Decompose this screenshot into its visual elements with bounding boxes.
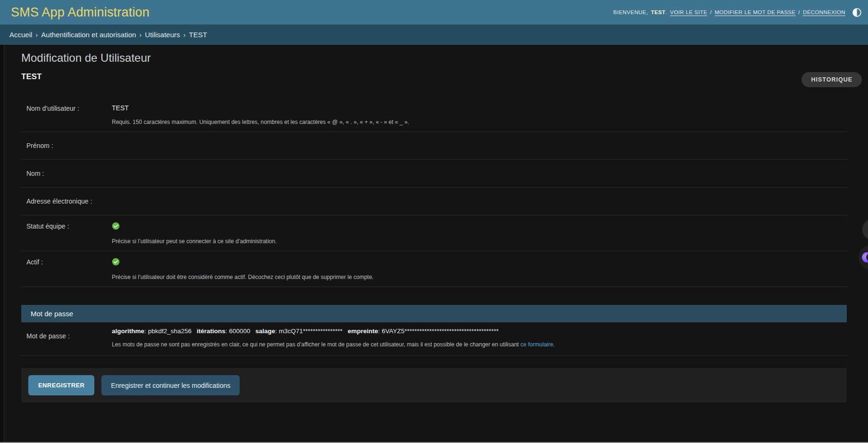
- username-label: Nom d’utilisateur :: [26, 104, 112, 112]
- user-tools: BIENVENUE, TEST. VOIR LE SITE / MODIFIER…: [613, 8, 862, 17]
- email-label: Adresse électronique :: [26, 197, 112, 205]
- username-value: TEST: [112, 104, 847, 113]
- first-name-value: [112, 141, 847, 150]
- content-area: Modification de Utilisateur TEST HISTORI…: [4, 45, 868, 443]
- email-value: [112, 197, 847, 205]
- staff-status-help: Précise si l’utilisateur peut se connect…: [112, 238, 847, 245]
- page-title: Modification de Utilisateur: [21, 45, 847, 65]
- breadcrumb-current: TEST: [189, 31, 207, 39]
- link-separator: /: [798, 9, 800, 15]
- breadcrumb-separator: ›: [184, 31, 186, 39]
- submit-row: ENREGISTRER Enregistrer et continuer les…: [21, 368, 847, 402]
- password-hash-summary: algorithme:pbkdf2_sha256 itérations:6000…: [112, 328, 847, 335]
- field-row-first-name: Prénom :: [21, 132, 847, 160]
- last-name-label: Nom :: [26, 169, 112, 177]
- object-name-heading: TEST: [21, 72, 42, 82]
- username-suffix: .: [666, 9, 668, 15]
- check-circle-icon: [112, 258, 120, 266]
- active-label: Actif :: [26, 258, 112, 266]
- link-separator: /: [710, 9, 712, 15]
- field-row-staff-status: Statut équipe : Précise si l’utilisateur…: [21, 215, 847, 251]
- view-site-link[interactable]: VOIR LE SITE: [670, 9, 707, 15]
- breadcrumb-auth[interactable]: Authentification et autorisation: [41, 31, 136, 39]
- welcome-text: BIENVENUE,: [613, 9, 648, 15]
- current-username: TEST: [651, 9, 666, 15]
- theme-toggle-icon[interactable]: [852, 8, 862, 17]
- field-row-password: Mot de passe : algorithme:pbkdf2_sha256 …: [21, 322, 847, 356]
- breadcrumb: Accueil › Authentification et autorisati…: [0, 25, 868, 45]
- field-row-active: Actif : Précise si l’utilisateur doit êt…: [21, 251, 847, 287]
- site-title[interactable]: SMS App Administration: [11, 5, 150, 20]
- last-name-value: [112, 169, 847, 178]
- field-row-username: Nom d’utilisateur : TEST Requis. 150 car…: [21, 98, 847, 132]
- password-module: Mot de passe Mot de passe : algorithme:p…: [21, 305, 847, 356]
- field-row-last-name: Nom :: [21, 160, 847, 188]
- admin-header: SMS App Administration BIENVENUE, TEST. …: [0, 0, 868, 25]
- history-button[interactable]: HISTORIQUE: [801, 72, 862, 87]
- password-help: Les mots de passe ne sont pas enregistré…: [112, 341, 847, 348]
- active-help: Précise si l’utilisateur doit être consi…: [112, 274, 847, 280]
- breadcrumb-home[interactable]: Accueil: [9, 31, 32, 39]
- breadcrumb-separator: ›: [35, 31, 38, 39]
- password-label: Mot de passe :: [26, 322, 112, 340]
- change-password-link[interactable]: MODIFIER LE MOT DE PASSE: [715, 9, 795, 15]
- breadcrumb-separator: ›: [139, 31, 142, 39]
- assistant-crescent-icon: [862, 252, 868, 263]
- password-section-title: Mot de passe: [21, 305, 847, 322]
- change-password-form-link[interactable]: ce formulaire: [520, 341, 553, 348]
- staff-status-label: Statut équipe :: [26, 222, 112, 230]
- username-help: Requis. 150 caractères maximum. Uniqueme…: [112, 119, 847, 125]
- field-row-email: Adresse électronique :: [21, 188, 847, 215]
- save-and-continue-button[interactable]: Enregistrer et continuer les modificatio…: [101, 375, 240, 395]
- check-circle-icon: [112, 222, 120, 230]
- save-button[interactable]: ENREGISTRER: [28, 375, 94, 395]
- breadcrumb-users[interactable]: Utilisateurs: [145, 31, 180, 39]
- logout-link[interactable]: DÉCONNEXION: [803, 9, 845, 15]
- first-name-label: Prénom :: [26, 141, 112, 149]
- user-form-module: Nom d’utilisateur : TEST Requis. 150 car…: [21, 98, 847, 287]
